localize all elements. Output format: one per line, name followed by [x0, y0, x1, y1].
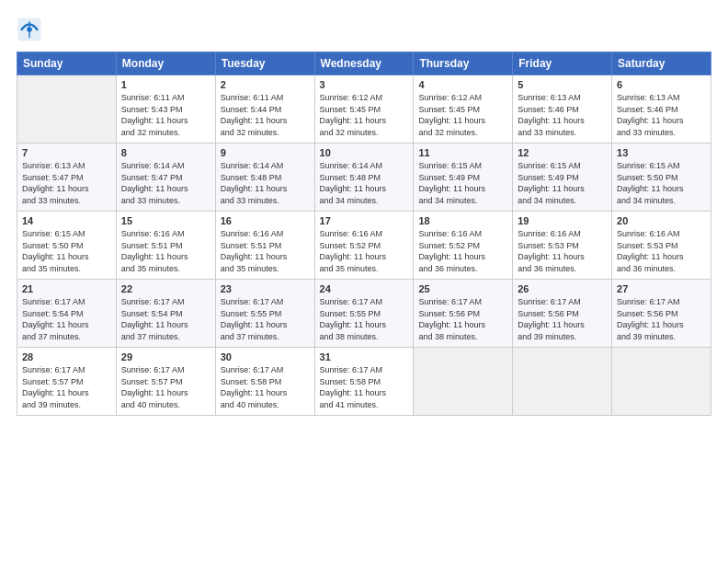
header-row: SundayMondayTuesdayWednesdayThursdayFrid…	[17, 52, 711, 75]
calendar-cell: 19Sunrise: 6:16 AM Sunset: 5:53 PM Dayli…	[513, 212, 612, 280]
day-number: 3	[320, 79, 409, 90]
day-info: Sunrise: 6:15 AM Sunset: 5:50 PM Dayligh…	[617, 160, 706, 206]
day-info: Sunrise: 6:17 AM Sunset: 5:57 PM Dayligh…	[121, 364, 210, 410]
logo	[17, 17, 46, 42]
day-info: Sunrise: 6:15 AM Sunset: 5:50 PM Dayligh…	[22, 228, 111, 274]
calendar-cell: 23Sunrise: 6:17 AM Sunset: 5:55 PM Dayli…	[215, 280, 314, 348]
logo-icon	[17, 17, 42, 42]
day-header-friday: Friday	[513, 52, 612, 75]
day-number: 9	[221, 147, 310, 158]
calendar-cell: 24Sunrise: 6:17 AM Sunset: 5:55 PM Dayli…	[314, 280, 414, 348]
calendar-cell: 14Sunrise: 6:15 AM Sunset: 5:50 PM Dayli…	[17, 212, 117, 280]
calendar-cell: 27Sunrise: 6:17 AM Sunset: 5:56 PM Dayli…	[612, 280, 711, 348]
day-info: Sunrise: 6:17 AM Sunset: 5:57 PM Dayligh…	[22, 364, 111, 410]
calendar-cell: 12Sunrise: 6:15 AM Sunset: 5:49 PM Dayli…	[513, 144, 612, 212]
calendar-cell: 21Sunrise: 6:17 AM Sunset: 5:54 PM Dayli…	[17, 280, 117, 348]
day-info: Sunrise: 6:17 AM Sunset: 5:55 PM Dayligh…	[320, 296, 409, 342]
calendar-cell	[612, 348, 711, 416]
day-info: Sunrise: 6:11 AM Sunset: 5:43 PM Dayligh…	[121, 92, 210, 138]
calendar-cell: 31Sunrise: 6:17 AM Sunset: 5:58 PM Dayli…	[314, 348, 414, 416]
calendar-cell: 29Sunrise: 6:17 AM Sunset: 5:57 PM Dayli…	[116, 348, 215, 416]
calendar-cell: 9Sunrise: 6:14 AM Sunset: 5:48 PM Daylig…	[215, 144, 314, 212]
day-number: 14	[22, 215, 111, 226]
day-info: Sunrise: 6:16 AM Sunset: 5:51 PM Dayligh…	[121, 228, 210, 274]
calendar-cell: 28Sunrise: 6:17 AM Sunset: 5:57 PM Dayli…	[17, 348, 117, 416]
day-number: 20	[617, 215, 706, 226]
day-number: 18	[418, 215, 507, 226]
calendar-cell: 7Sunrise: 6:13 AM Sunset: 5:47 PM Daylig…	[17, 144, 117, 212]
day-info: Sunrise: 6:16 AM Sunset: 5:51 PM Dayligh…	[221, 228, 310, 274]
day-info: Sunrise: 6:13 AM Sunset: 5:46 PM Dayligh…	[617, 92, 706, 138]
week-row-2: 7Sunrise: 6:13 AM Sunset: 5:47 PM Daylig…	[17, 144, 711, 212]
calendar-cell	[513, 348, 612, 416]
day-info: Sunrise: 6:12 AM Sunset: 5:45 PM Dayligh…	[418, 92, 507, 138]
day-number: 12	[518, 147, 607, 158]
day-info: Sunrise: 6:14 AM Sunset: 5:48 PM Dayligh…	[320, 160, 409, 206]
day-number: 25	[418, 283, 507, 294]
calendar-cell	[17, 75, 117, 144]
day-info: Sunrise: 6:16 AM Sunset: 5:52 PM Dayligh…	[320, 228, 409, 274]
day-number: 4	[418, 79, 507, 90]
day-info: Sunrise: 6:17 AM Sunset: 5:54 PM Dayligh…	[121, 296, 210, 342]
day-number: 29	[121, 351, 210, 362]
day-info: Sunrise: 6:16 AM Sunset: 5:52 PM Dayligh…	[418, 228, 507, 274]
day-info: Sunrise: 6:12 AM Sunset: 5:45 PM Dayligh…	[320, 92, 409, 138]
day-info: Sunrise: 6:14 AM Sunset: 5:47 PM Dayligh…	[121, 160, 210, 206]
calendar-cell: 6Sunrise: 6:13 AM Sunset: 5:46 PM Daylig…	[612, 75, 711, 144]
calendar-cell: 4Sunrise: 6:12 AM Sunset: 5:45 PM Daylig…	[414, 75, 513, 144]
calendar-cell: 25Sunrise: 6:17 AM Sunset: 5:56 PM Dayli…	[414, 280, 513, 348]
calendar-cell: 5Sunrise: 6:13 AM Sunset: 5:46 PM Daylig…	[513, 75, 612, 144]
day-number: 15	[121, 215, 210, 226]
day-info: Sunrise: 6:15 AM Sunset: 5:49 PM Dayligh…	[518, 160, 607, 206]
day-number: 22	[121, 283, 210, 294]
day-info: Sunrise: 6:16 AM Sunset: 5:53 PM Dayligh…	[617, 228, 706, 274]
day-number: 24	[320, 283, 409, 294]
day-number: 23	[221, 283, 310, 294]
calendar-cell: 11Sunrise: 6:15 AM Sunset: 5:49 PM Dayli…	[414, 144, 513, 212]
page: SundayMondayTuesdayWednesdayThursdayFrid…	[0, 0, 728, 425]
day-number: 19	[518, 215, 607, 226]
day-info: Sunrise: 6:17 AM Sunset: 5:58 PM Dayligh…	[320, 364, 409, 410]
day-info: Sunrise: 6:17 AM Sunset: 5:55 PM Dayligh…	[221, 296, 310, 342]
day-number: 7	[22, 147, 111, 158]
day-number: 27	[617, 283, 706, 294]
calendar-cell: 26Sunrise: 6:17 AM Sunset: 5:56 PM Dayli…	[513, 280, 612, 348]
week-row-4: 21Sunrise: 6:17 AM Sunset: 5:54 PM Dayli…	[17, 280, 711, 348]
day-header-monday: Monday	[116, 52, 215, 75]
day-number: 16	[221, 215, 310, 226]
week-row-3: 14Sunrise: 6:15 AM Sunset: 5:50 PM Dayli…	[17, 212, 711, 280]
day-number: 2	[221, 79, 310, 90]
day-number: 8	[121, 147, 210, 158]
day-number: 30	[221, 351, 310, 362]
calendar-cell: 18Sunrise: 6:16 AM Sunset: 5:52 PM Dayli…	[414, 212, 513, 280]
calendar-cell: 16Sunrise: 6:16 AM Sunset: 5:51 PM Dayli…	[215, 212, 314, 280]
header	[17, 17, 711, 42]
day-info: Sunrise: 6:16 AM Sunset: 5:53 PM Dayligh…	[518, 228, 607, 274]
day-number: 31	[320, 351, 409, 362]
day-number: 26	[518, 283, 607, 294]
day-info: Sunrise: 6:17 AM Sunset: 5:56 PM Dayligh…	[418, 296, 507, 342]
day-number: 17	[320, 215, 409, 226]
day-info: Sunrise: 6:13 AM Sunset: 5:47 PM Dayligh…	[22, 160, 111, 206]
day-number: 11	[418, 147, 507, 158]
svg-point-1	[27, 27, 32, 32]
day-number: 6	[617, 79, 706, 90]
day-number: 21	[22, 283, 111, 294]
day-info: Sunrise: 6:17 AM Sunset: 5:56 PM Dayligh…	[617, 296, 706, 342]
day-info: Sunrise: 6:13 AM Sunset: 5:46 PM Dayligh…	[518, 92, 607, 138]
day-number: 28	[22, 351, 111, 362]
day-header-saturday: Saturday	[612, 52, 711, 75]
calendar-cell: 15Sunrise: 6:16 AM Sunset: 5:51 PM Dayli…	[116, 212, 215, 280]
calendar-cell: 8Sunrise: 6:14 AM Sunset: 5:47 PM Daylig…	[116, 144, 215, 212]
day-header-sunday: Sunday	[17, 52, 117, 75]
day-info: Sunrise: 6:15 AM Sunset: 5:49 PM Dayligh…	[418, 160, 507, 206]
calendar-cell: 2Sunrise: 6:11 AM Sunset: 5:44 PM Daylig…	[215, 75, 314, 144]
week-row-5: 28Sunrise: 6:17 AM Sunset: 5:57 PM Dayli…	[17, 348, 711, 416]
calendar-cell	[414, 348, 513, 416]
day-number: 1	[121, 79, 210, 90]
calendar-cell: 30Sunrise: 6:17 AM Sunset: 5:58 PM Dayli…	[215, 348, 314, 416]
calendar-cell: 1Sunrise: 6:11 AM Sunset: 5:43 PM Daylig…	[116, 75, 215, 144]
calendar-table: SundayMondayTuesdayWednesdayThursdayFrid…	[17, 52, 711, 416]
calendar-cell: 10Sunrise: 6:14 AM Sunset: 5:48 PM Dayli…	[314, 144, 414, 212]
day-header-thursday: Thursday	[414, 52, 513, 75]
